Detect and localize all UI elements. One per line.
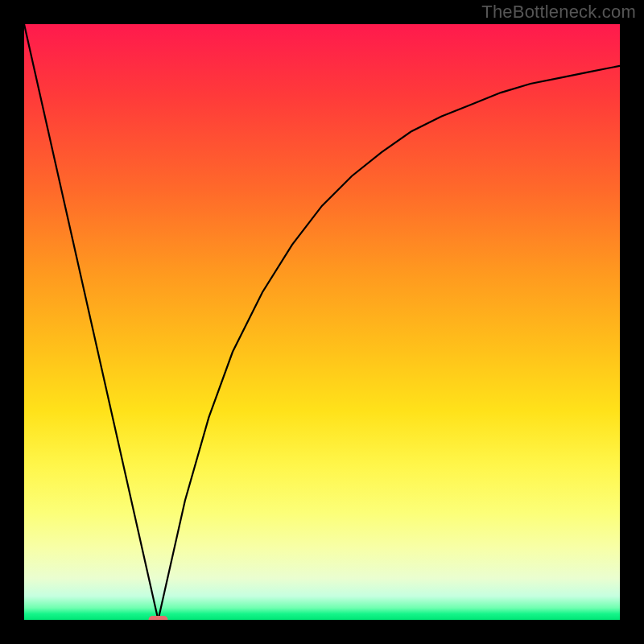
gradient-background <box>24 24 620 620</box>
svg-rect-0 <box>0 0 24 644</box>
chart-container: TheBottleneck.com <box>0 0 644 644</box>
watermark-text: TheBottleneck.com <box>481 2 636 23</box>
plot-area <box>24 24 620 620</box>
svg-rect-1 <box>620 0 644 644</box>
svg-rect-3 <box>0 620 644 644</box>
